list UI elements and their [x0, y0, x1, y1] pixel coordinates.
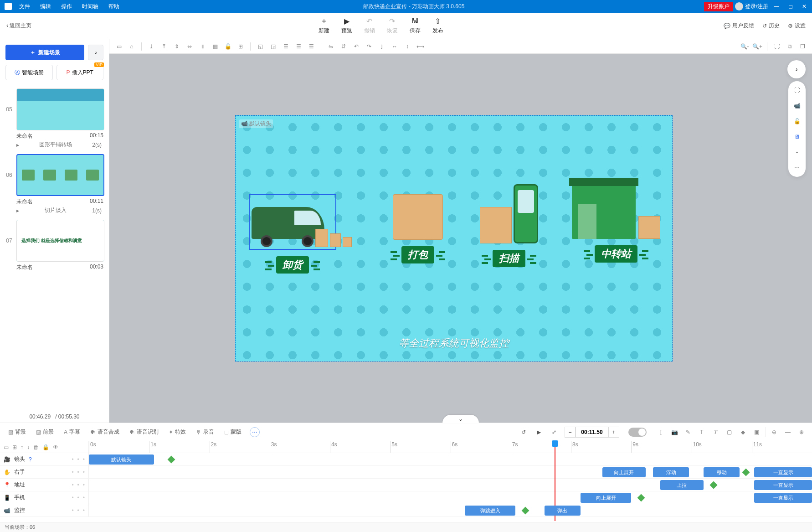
text-center-icon[interactable]: ☰ [293, 41, 303, 52]
align-vcenter-icon[interactable]: ⇕ [172, 41, 182, 52]
align-bottom-icon[interactable]: ⤓ [146, 41, 156, 52]
grid-icon[interactable]: ⊞ [236, 41, 246, 52]
add-folder-icon[interactable]: ▭ [4, 444, 9, 450]
copy-icon[interactable]: ⧉ [785, 41, 795, 52]
transition-row[interactable]: 切片淡入1(s) [5, 206, 104, 215]
timeline-tab-3[interactable]: 🗣语音合成 [87, 426, 122, 438]
snapshot-icon[interactable]: 📷 [669, 427, 679, 437]
music-fab-button[interactable]: ♪ [787, 60, 806, 78]
clip[interactable]: 一直显示 [754, 467, 812, 477]
fit-width-icon[interactable]: ⟷ [415, 41, 425, 52]
help-icon[interactable]: ? [29, 456, 32, 463]
rewind-button[interactable]: ↺ [519, 427, 529, 437]
menu-help[interactable]: 帮助 [104, 3, 124, 10]
ai-scene-button[interactable]: Ⓐ智能场景 [5, 65, 53, 80]
zoom-out-icon[interactable]: 🔍- [740, 41, 750, 52]
more-icon[interactable]: ⋯ [792, 163, 802, 172]
spacing-icon[interactable]: ↔ [390, 41, 400, 52]
time-plus-button[interactable]: + [608, 427, 619, 438]
zoom-in-tl-icon[interactable]: ⊕ [797, 427, 807, 437]
new-folder-icon[interactable]: ⊞ [12, 444, 17, 450]
clip[interactable]: 弹出 [545, 506, 581, 516]
top-action-5[interactable]: ⇧发布 [432, 17, 443, 35]
menu-file[interactable]: 文件 [15, 3, 35, 10]
timeline-tab-6[interactable]: 🎙录音 [193, 426, 217, 438]
edit-icon[interactable]: ✎ [683, 427, 693, 437]
speaker-icon[interactable]: ▪ [792, 148, 802, 157]
text-left-icon[interactable]: ☰ [281, 41, 291, 52]
time-minus-button[interactable]: − [565, 427, 576, 438]
maximize-icon[interactable]: ◻ [785, 3, 797, 10]
timeline-more-button[interactable]: ⋯ [250, 427, 260, 437]
clip[interactable]: 移动 [704, 467, 740, 477]
menu-timeline[interactable]: 时间轴 [77, 3, 103, 10]
zoom-out-tl-icon[interactable]: ⊖ [769, 427, 779, 437]
duplicate-icon[interactable]: ❐ [797, 41, 807, 52]
group-icon[interactable]: ▦ [210, 41, 220, 52]
menu-edit[interactable]: 编辑 [36, 3, 56, 10]
sort-up-icon[interactable]: ↑ [21, 444, 23, 450]
keyframe-diamond[interactable] [742, 469, 750, 476]
home-icon[interactable]: ⌂ [127, 41, 137, 52]
clip[interactable]: 弹跳进入 [465, 506, 515, 516]
keyframe-diamond[interactable] [522, 507, 529, 515]
visibility-icon[interactable]: 👁 [53, 444, 58, 450]
clip[interactable]: 一直显示 [754, 480, 812, 490]
menu-operate[interactable]: 操作 [57, 3, 77, 10]
align-hcenter-icon[interactable]: ⇔ [185, 41, 195, 52]
rotate-left-icon[interactable]: ↶ [351, 41, 361, 52]
sort-down-icon[interactable]: ↓ [27, 444, 30, 450]
expand-button[interactable]: ⤢ [549, 427, 559, 437]
avatar-icon[interactable] [735, 2, 743, 10]
timeline-tab-4[interactable]: 🗣语音识别 [127, 426, 161, 438]
fit-icon[interactable]: ⛶ [772, 41, 782, 52]
time-input[interactable] [576, 427, 608, 438]
close-icon[interactable]: ✕ [798, 3, 810, 10]
distribute-icon[interactable]: ⫴ [197, 41, 207, 52]
keyframe-in-icon[interactable]: ⟦ [656, 427, 666, 437]
fullscreen-icon[interactable]: ⛶ [792, 86, 802, 95]
timeline-tab-7[interactable]: ◻蒙版 [221, 426, 244, 438]
loop-toggle[interactable] [628, 428, 647, 437]
clip[interactable]: 默认镜头 [89, 455, 154, 465]
line-height-icon[interactable]: ↕ [402, 41, 412, 52]
clip[interactable]: 浮动 [653, 467, 689, 477]
keyframe-diamond[interactable] [167, 456, 175, 464]
delete-icon[interactable]: 🗑 [33, 444, 39, 450]
align-obj-icon[interactable]: ⫿ [377, 41, 387, 52]
camera-visible-icon[interactable]: 📹 [792, 101, 802, 110]
play-button[interactable]: ▶ [534, 427, 544, 437]
keyframe-icon[interactable]: ◆ [738, 427, 748, 437]
clip[interactable]: 上拉 [660, 480, 704, 490]
zoom-in-icon[interactable]: 🔍+ [752, 41, 762, 52]
layer-front-icon[interactable]: ◱ [255, 41, 265, 52]
back-home-button[interactable]: 返回主页 [0, 22, 38, 30]
clip[interactable]: 向上展开 [581, 493, 631, 503]
minimize-icon[interactable]: — [770, 3, 783, 10]
text-tool-icon[interactable]: T [697, 427, 707, 437]
flip-h-icon[interactable]: ⇋ [326, 41, 336, 52]
frame-icon[interactable]: ▣ [751, 427, 761, 437]
bgm-button[interactable]: ♪ [88, 45, 103, 60]
top-action-1[interactable]: ▶预览 [341, 17, 352, 35]
timeline-tab-0[interactable]: ▨背景 [5, 426, 29, 438]
top-right-0[interactable]: 💬用户反馈 [724, 22, 754, 30]
lock-icon[interactable]: 🔓 [223, 41, 233, 52]
clip[interactable]: 向上展开 [602, 467, 646, 477]
text-right-icon[interactable]: ☰ [306, 41, 316, 52]
top-action-4[interactable]: 🖫保存 [410, 17, 421, 35]
insert-ppt-button[interactable]: P插入PPTVIP [57, 65, 104, 80]
keyframe-diamond[interactable] [637, 494, 645, 502]
component-icon[interactable]: ▢ [724, 427, 734, 437]
scene-thumbnail[interactable] [16, 88, 104, 130]
top-right-2[interactable]: ⚙设置 [788, 22, 806, 30]
font-icon[interactable]: 𝑇 [710, 427, 720, 437]
zoom-slider-icon[interactable]: — [783, 427, 793, 437]
new-scene-button[interactable]: ＋新建场景 [5, 45, 84, 60]
stage[interactable]: 📹 默认镜头 卸货 [235, 115, 673, 362]
login-button[interactable]: 登录/注册 [745, 3, 768, 10]
scene-thumbnail[interactable]: 选择我们 就是选择信赖和满意 [16, 220, 104, 262]
clip[interactable]: 一直显示 [754, 493, 812, 503]
scene-thumbnail[interactable] [16, 154, 104, 196]
upgrade-button[interactable]: 升级账户 [704, 2, 733, 11]
